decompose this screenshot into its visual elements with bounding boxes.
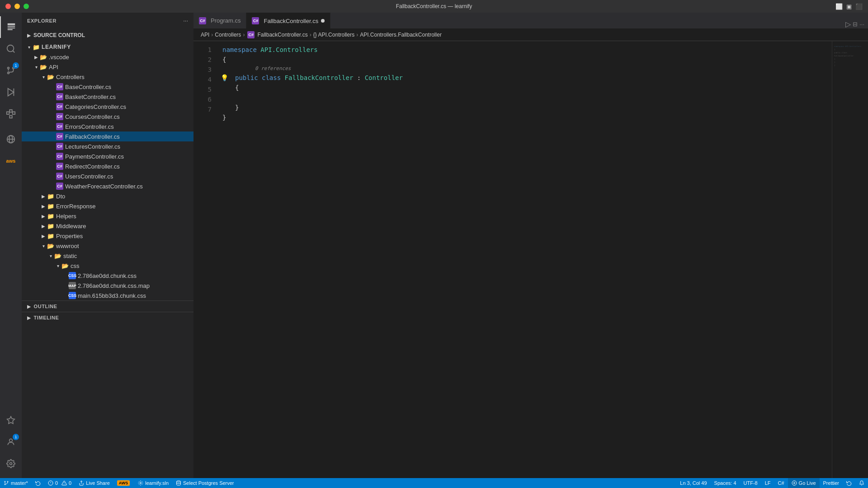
tree-item-properties[interactable]: ▶ 📁 Properties	[22, 231, 193, 241]
layout-icon[interactable]: ⬜	[835, 3, 843, 10]
tree-item-static[interactable]: ▾ 📂 static	[22, 251, 193, 261]
outline-section: ▶ OUTLINE	[22, 300, 193, 312]
breadcrumb-namespace[interactable]: {} API.Controllers	[313, 32, 354, 38]
status-position[interactable]: Ln 3, Col 49	[676, 478, 710, 488]
sidebar-more-button[interactable]: ···	[183, 17, 188, 24]
status-language[interactable]: C#	[774, 478, 788, 488]
tree-item-categoriescontroller[interactable]: C# CategoriesController.cs	[22, 102, 193, 112]
status-learnify[interactable]: learnify.sln	[134, 478, 172, 488]
tree-item-dto[interactable]: ▶ 📁 Dto	[22, 191, 193, 201]
db-label: Select Postgres Server	[183, 480, 234, 486]
warning-count: 0	[69, 480, 71, 486]
code-editor[interactable]: 1 2 3 4 5 6 7 namespace API.Controllers …	[193, 41, 868, 478]
tree-item-userscontroller[interactable]: C# UsersController.cs	[22, 171, 193, 181]
activity-explorer[interactable]	[0, 16, 22, 38]
eol-label: LF	[765, 480, 771, 486]
window-controls[interactable]	[5, 4, 29, 9]
activity-search[interactable]	[0, 38, 22, 60]
tree-item-vscode[interactable]: ▶ 📂 .vscode	[22, 52, 193, 62]
tree-label: FallbackController.cs	[65, 133, 120, 140]
code-line-4: {	[222, 83, 825, 93]
tree-item-redirectcontroller[interactable]: C# RedirectController.cs	[22, 161, 193, 171]
activity-bar: 1 aws	[0, 13, 22, 478]
status-sync-icon[interactable]	[843, 478, 855, 488]
status-bell[interactable]	[855, 478, 868, 488]
tree-item-paymentscontroller[interactable]: C# PaymentsController.cs	[22, 151, 193, 161]
folder-icon: 📁	[47, 203, 54, 210]
status-sync[interactable]	[32, 478, 44, 488]
tree-item-coursescontroller[interactable]: C# CoursesController.cs	[22, 112, 193, 122]
folder-icon: 📁	[33, 44, 40, 51]
lightbulb-icon[interactable]: 💡	[221, 73, 228, 83]
tree-item-errorscontroller[interactable]: C# ErrorsController.cs	[22, 122, 193, 131]
tree-item-fallbackcontroller[interactable]: C# FallbackController.cs	[22, 131, 193, 141]
golive-label: Go Live	[799, 480, 816, 486]
outline-header[interactable]: ▶ OUTLINE	[22, 301, 193, 312]
status-aws[interactable]: AWS	[113, 478, 135, 488]
breadcrumb-controllers[interactable]: Controllers	[215, 32, 241, 38]
status-branch[interactable]: master*	[0, 478, 32, 488]
status-liveshare[interactable]: Live Share	[75, 478, 113, 488]
tree-item-controllers[interactable]: ▾ 📂 Controllers	[22, 72, 193, 82]
maximize-button[interactable]	[24, 4, 29, 9]
layout-icon3[interactable]: ⬛	[855, 3, 863, 10]
layout-icon2[interactable]: ▣	[846, 3, 852, 10]
tree-item-helpers[interactable]: ▶ 📁 Helpers	[22, 211, 193, 221]
minimize-button[interactable]	[14, 4, 20, 9]
breadcrumb-class[interactable]: API.Controllers.FallbackController	[360, 32, 442, 38]
run-button[interactable]: ▷	[845, 20, 851, 28]
cs-file-icon: C#	[56, 173, 63, 180]
tab-fallback[interactable]: C# FallbackController.cs	[246, 13, 330, 28]
split-editor-button[interactable]: ⊟	[853, 21, 858, 28]
activity-liveshare[interactable]	[0, 409, 22, 431]
tree-item-chunk-css-map[interactable]: MAP 2.786ae0dd.chunk.css.map	[22, 281, 193, 291]
status-prettier[interactable]: Prettier	[820, 478, 843, 488]
tree-label: RedirectController.cs	[65, 163, 120, 170]
cs-file-icon: C#	[56, 133, 63, 140]
tree-label: LEARNIFY	[42, 44, 71, 50]
activity-extensions[interactable]	[0, 103, 22, 125]
activity-settings[interactable]	[0, 453, 22, 474]
folder-icon: 📁	[47, 223, 54, 230]
timeline-header[interactable]: ▶ TIMELINE	[22, 312, 193, 323]
tree-label: CoursesController.cs	[65, 113, 120, 120]
activity-run[interactable]	[0, 81, 22, 103]
tree-root-learnify[interactable]: ▾ 📁 LEARNIFY	[22, 42, 193, 52]
status-golive[interactable]: Go Live	[788, 478, 820, 488]
svg-point-0	[7, 45, 14, 52]
breadcrumb-api[interactable]: API	[201, 32, 209, 38]
accounts-badge: 1	[13, 434, 19, 440]
tree-item-basecontroller[interactable]: C# BaseController.cs	[22, 82, 193, 92]
tab-program[interactable]: C# Program.cs	[193, 13, 246, 28]
close-button[interactable]	[5, 4, 11, 9]
activity-source-control[interactable]: 1	[0, 60, 22, 81]
status-bar: master* 0 0 Live Share AWS learnify.sln	[0, 478, 868, 488]
svg-rect-7	[13, 112, 15, 114]
status-errors[interactable]: 0 0	[44, 478, 75, 488]
more-button[interactable]: ···	[859, 21, 864, 28]
activity-accounts[interactable]: 1	[0, 431, 22, 453]
timeline-section: ▶ TIMELINE	[22, 312, 193, 323]
source-control-header[interactable]: ▶ SOURCE CONTROL	[22, 30, 193, 40]
tree-label: WeatherForecastController.cs	[65, 183, 143, 190]
tree-item-lecturescontroller[interactable]: C# LecturesController.cs	[22, 141, 193, 151]
status-db[interactable]: Select Postgres Server	[172, 478, 238, 488]
status-spaces[interactable]: Spaces: 4	[711, 478, 740, 488]
breadcrumb-file[interactable]: FallbackController.cs	[257, 32, 307, 38]
tree-item-api[interactable]: ▾ 📂 API	[22, 62, 193, 72]
tree-item-basketcontroller[interactable]: C# BasketController.cs	[22, 92, 193, 102]
tree-item-main-css[interactable]: CSS main.615bb3d3.chunk.css	[22, 291, 193, 300]
activity-remote[interactable]	[0, 128, 22, 150]
status-encoding[interactable]: UTF-8	[740, 478, 761, 488]
cs-file-icon: C#	[56, 93, 63, 100]
tree-item-weatherforecastcontroller[interactable]: C# WeatherForecastController.cs	[22, 181, 193, 191]
tree-item-middleware[interactable]: ▶ 📁 Middleware	[22, 221, 193, 231]
tree-item-wwwroot[interactable]: ▾ 📂 wwwroot	[22, 241, 193, 251]
liveshare-label: Live Share	[86, 480, 110, 486]
code-content[interactable]: namespace API.Controllers { 0 references…	[215, 41, 832, 478]
tree-item-chunk-css[interactable]: CSS 2.786ae0dd.chunk.css	[22, 271, 193, 281]
status-eol[interactable]: LF	[761, 478, 774, 488]
activity-aws[interactable]: aws	[0, 150, 22, 172]
tree-item-css[interactable]: ▾ 📂 css	[22, 261, 193, 271]
tree-item-errorresponse[interactable]: ▶ 📁 ErrorResponse	[22, 201, 193, 211]
